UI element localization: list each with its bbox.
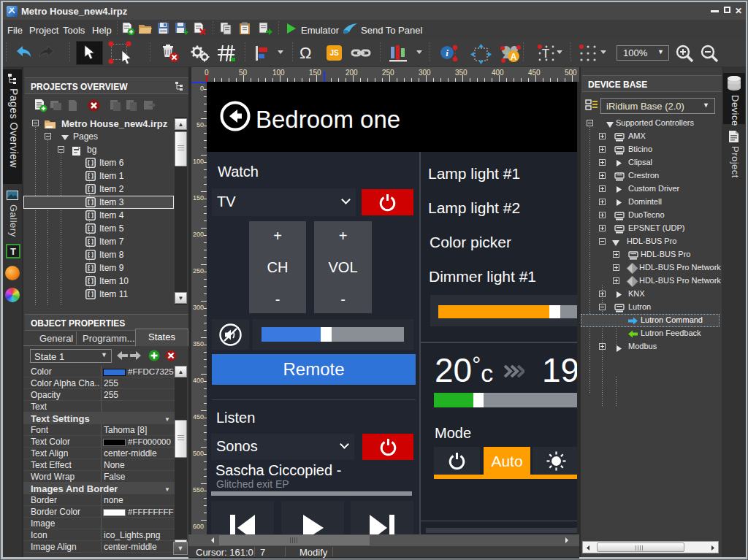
svg-text:i: i — [446, 47, 449, 58]
svg-text:A: A — [511, 52, 517, 62]
svg-text:T: T — [542, 47, 549, 61]
